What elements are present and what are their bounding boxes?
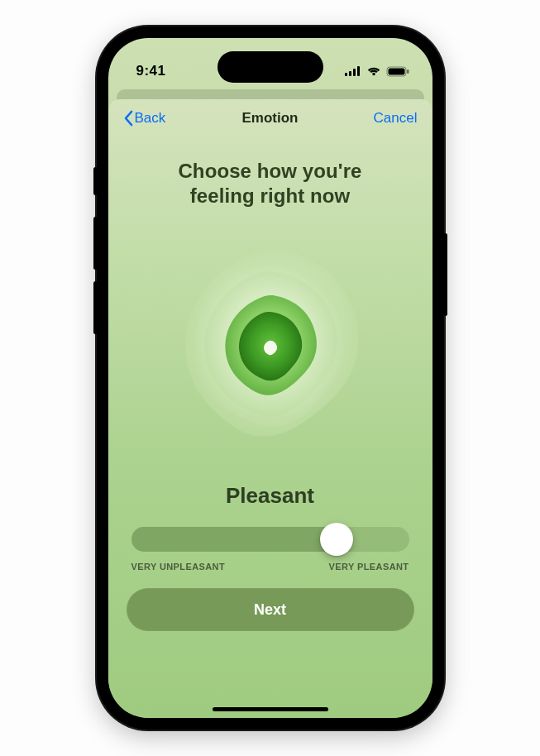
svg-rect-1 xyxy=(349,71,351,76)
screen: 9:41 xyxy=(108,38,432,718)
battery-icon xyxy=(386,66,409,77)
side-button-vol-up xyxy=(93,217,98,270)
cancel-button[interactable]: Cancel xyxy=(374,110,418,127)
slider-fill xyxy=(131,527,337,552)
home-indicator[interactable] xyxy=(213,707,328,711)
nav-bar: Back Emotion Cancel xyxy=(108,99,432,137)
svg-rect-2 xyxy=(353,69,356,76)
back-label: Back xyxy=(135,110,166,127)
emotion-label: Pleasant xyxy=(108,483,432,509)
slider-thumb[interactable] xyxy=(320,523,353,556)
device-frame: 9:41 xyxy=(97,26,444,730)
emotion-graphic xyxy=(151,228,390,468)
side-button-silence xyxy=(93,167,98,195)
slider-labels: VERY UNPLEASANT VERY PLEASANT xyxy=(131,562,409,572)
chevron-left-icon xyxy=(123,110,133,127)
emotion-sheet: Back Emotion Cancel Choose how you're fe… xyxy=(108,99,432,718)
dynamic-island xyxy=(217,51,323,83)
svg-rect-3 xyxy=(357,66,360,76)
svg-rect-6 xyxy=(407,69,409,74)
slider-max-label: VERY PLEASANT xyxy=(329,562,409,572)
wifi-icon xyxy=(366,66,381,76)
next-button[interactable]: Next xyxy=(127,588,414,631)
slider-min-label: VERY UNPLEASANT xyxy=(131,562,226,572)
svg-rect-0 xyxy=(345,73,347,76)
next-label: Next xyxy=(254,601,286,619)
status-time: 9:41 xyxy=(136,63,166,79)
emotion-slider[interactable] xyxy=(131,524,409,555)
side-button-power xyxy=(443,233,447,316)
svg-rect-5 xyxy=(388,68,404,74)
page-headline: Choose how you're feeling right now xyxy=(108,159,432,208)
side-button-vol-down xyxy=(93,281,98,334)
back-button[interactable]: Back xyxy=(123,110,166,127)
cellular-icon xyxy=(345,66,361,76)
